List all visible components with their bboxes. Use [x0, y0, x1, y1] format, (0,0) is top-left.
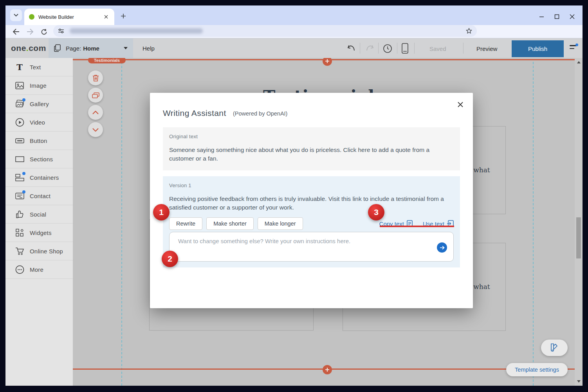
sidebar-item-online-shop[interactable]: Online Shop: [5, 242, 73, 260]
contact-icon: [15, 191, 24, 201]
publish-button[interactable]: Publish: [512, 40, 564, 57]
help-menu[interactable]: Help: [142, 45, 155, 52]
delete-section-button[interactable]: [88, 70, 103, 85]
template-settings-button[interactable]: Template settings: [506, 363, 568, 376]
sidebar-item-button[interactable]: Button: [5, 132, 73, 150]
sidebar-item-contact[interactable]: Contact: [5, 187, 73, 205]
sidebar-item-social[interactable]: Social: [5, 205, 73, 224]
original-text-panel: Original text Someone saying something n…: [163, 127, 460, 170]
page-scrollbar[interactable]: [575, 58, 583, 386]
tab-favicon: [29, 14, 34, 20]
make-longer-button[interactable]: Make longer: [258, 217, 303, 230]
version-text-body: Receiving positive feedback from others …: [169, 195, 448, 212]
toolbar-divider: [414, 43, 415, 54]
palette-icon: [549, 343, 559, 353]
browser-tab[interactable]: Website Builder: [24, 9, 114, 25]
site-settings-icon[interactable]: [58, 28, 64, 34]
pages-icon: [54, 44, 61, 52]
toolbar-divider: [397, 43, 397, 54]
modal-title: Writing Assistant: [163, 108, 226, 118]
toolbar-divider: [360, 43, 360, 54]
forward-icon[interactable]: [26, 27, 34, 36]
reload-icon[interactable]: [40, 27, 48, 36]
address-bar[interactable]: [53, 25, 477, 37]
instructions-input-box[interactable]: [169, 232, 454, 262]
add-section-bottom-button[interactable]: [323, 365, 332, 374]
annotation-badge-2: 2: [162, 251, 178, 267]
online-shop-icon: [15, 246, 24, 256]
window-minimize-button[interactable]: [539, 14, 544, 19]
sidebar-item-video[interactable]: Video: [5, 113, 73, 132]
version-history-icon[interactable]: [383, 44, 392, 53]
annotation-badge-3: 3: [368, 204, 384, 220]
image-icon: [15, 81, 24, 90]
tab-title: Website Builder: [38, 14, 103, 20]
sidebar-item-gallery[interactable]: Gallery: [5, 95, 73, 113]
new-tab-button[interactable]: [117, 10, 129, 22]
layout-guide-left: [121, 62, 122, 386]
tab-close-icon[interactable]: [103, 13, 110, 20]
layout-guide-right: [533, 62, 534, 386]
back-icon[interactable]: [12, 27, 20, 36]
containers-icon: [15, 173, 24, 182]
save-status: Saved: [429, 45, 446, 52]
writing-assistant-modal: Writing Assistant (Powered by OpenAI) Or…: [150, 93, 473, 308]
annotation-underline: [380, 226, 454, 227]
mobile-preview-icon[interactable]: [402, 43, 408, 54]
version-label: Version 1: [169, 182, 454, 188]
modal-close-icon[interactable]: [456, 101, 464, 108]
page-label: Page:: [66, 45, 81, 52]
video-icon: [15, 117, 24, 127]
redo-icon[interactable]: [366, 44, 374, 52]
sections-icon: [15, 154, 24, 164]
annotation-badge-1: 1: [153, 204, 170, 220]
tab-search-chevron-icon[interactable]: [10, 9, 22, 21]
original-text-body: Someone saying something nice about what…: [169, 146, 448, 163]
toolbar-divider: [378, 43, 379, 54]
window-close-button[interactable]: [570, 14, 575, 19]
add-section-top-button[interactable]: [323, 58, 332, 66]
undo-icon[interactable]: [347, 44, 355, 52]
gallery-icon: [15, 99, 24, 108]
modal-subtitle: (Powered by OpenAI): [233, 110, 287, 117]
notification-dot: [22, 190, 25, 193]
settings-menu-icon[interactable]: [570, 45, 577, 51]
page-value: Home: [83, 45, 99, 52]
make-shorter-button[interactable]: Make shorter: [206, 217, 254, 230]
section-label: Testimonials: [88, 58, 126, 63]
move-section-down-button[interactable]: [88, 122, 103, 137]
duplicate-section-button[interactable]: [88, 88, 103, 103]
instructions-textarea[interactable]: [177, 237, 429, 259]
scroll-up-icon[interactable]: [575, 59, 583, 66]
social-icon: [15, 210, 24, 219]
notification-dot: [22, 98, 25, 101]
page-selector[interactable]: Page: Home: [49, 38, 133, 58]
sidebar-item-containers[interactable]: Containers: [5, 168, 73, 187]
url-text-blurred: [70, 28, 203, 34]
arrow-right-icon: [440, 246, 445, 250]
one-com-logo: one.com: [11, 43, 46, 53]
sidebar-item-sections[interactable]: Sections: [5, 150, 73, 168]
sidebar-item-widgets[interactable]: Widgets: [5, 224, 73, 242]
send-instructions-button[interactable]: [437, 242, 447, 253]
element-sidebar: T Text Image Gallery Video Button Sectio…: [5, 58, 73, 386]
more-icon: [15, 265, 24, 274]
page-dropdown-caret-icon: [124, 47, 128, 49]
scroll-down-icon[interactable]: [575, 378, 583, 385]
preview-button[interactable]: Preview: [476, 45, 497, 52]
rewrite-button[interactable]: Rewrite: [169, 217, 202, 230]
sidebar-item-more[interactable]: More: [5, 260, 73, 279]
sidebar-item-image[interactable]: Image: [5, 76, 73, 95]
move-section-up-button[interactable]: [88, 105, 103, 120]
window-maximize-button[interactable]: [554, 14, 559, 19]
scrollbar-thumb[interactable]: [576, 217, 581, 258]
text-icon: T: [15, 62, 24, 72]
sidebar-item-text[interactable]: T Text: [5, 58, 73, 76]
button-icon: [15, 136, 24, 145]
notification-dot: [22, 172, 25, 175]
bookmark-star-icon[interactable]: [466, 28, 472, 34]
template-style-button[interactable]: [541, 340, 568, 356]
original-text-label: Original text: [169, 134, 454, 139]
widgets-icon: [15, 228, 24, 237]
toolbar-divider: [463, 43, 464, 54]
